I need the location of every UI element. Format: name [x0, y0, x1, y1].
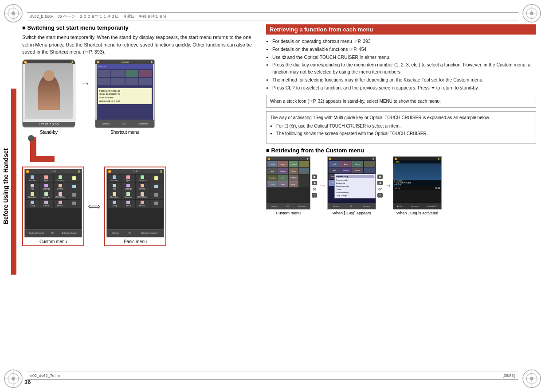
left-column: ■ Switching set start menu temporarily S… — [22, 24, 257, 374]
shortcut-bottom-bar: Check☐OKSubmenu — [95, 120, 154, 128]
left-body-text: Switch the start menu temporarily. When … — [22, 34, 257, 56]
custom-bottom-nav: Kisekae Check☐OKSubmenu Basic ▾ — [25, 229, 82, 237]
custom-menu-phone-col: 📶🔋 i-mode Appli Camera Mail Settings Pho… — [266, 156, 310, 215]
custom-label: Custom menu — [39, 239, 67, 244]
custom-menu-phone-mini: 📶🔋 i-mode Appli Camera Mail Settings Pho… — [266, 156, 310, 210]
mini-custom-screen: i-mode Appli Camera Mail Settings Phone … — [267, 160, 310, 203]
phones-row-1: 📶🔋 17/ 21 10:05 Stand-by — [22, 59, 257, 135]
sidebar-red-bar — [11, 89, 16, 275]
arrow-circle-top — [28, 135, 34, 141]
activated-top-bar: 📶🔋 — [393, 157, 441, 160]
down-left-arrow-container — [27, 137, 257, 164]
sidebar-label-container: Before Using the Handset — [0, 53, 17, 275]
corner-decoration-tl — [2, 2, 24, 24]
custom-screen: i-mode Appli Camera Mail Settings Phone … — [25, 174, 82, 229]
shortcut-text-box: Press and hold 1 to 3 key in Standby to … — [98, 88, 152, 105]
retrieve-header: Retrieving a function from each menu — [266, 24, 536, 35]
standby-label: Stand-by — [40, 130, 58, 135]
activated-phone: 📶🔋 ● REC 1セグ 総合 ○○大会 日本代表 優勝 気象情報 — [393, 156, 442, 210]
arrow-horizontal-bar — [30, 156, 55, 162]
custom-section-title: ■ Retrieving from the Custom menu — [266, 147, 536, 154]
corner-decoration-bl — [2, 368, 24, 390]
arrow-right-red-2: → — [384, 181, 392, 190]
header-bar: dv62_E.book 36 ページ ２００８年１１月３日 月曜日 午後８時１８… — [27, 12, 518, 20]
shortcut-label: Shortcut menu — [110, 130, 139, 135]
bullet-item-1: For details on operating shortcut menu ☞… — [266, 38, 536, 45]
basic-bottom-nav: KisekaeOKSubmenu Custom ▾ — [107, 229, 164, 237]
custom-phone-container: 📶11:45🔋 i-mode Appli Camera Mail Setting… — [24, 169, 82, 244]
bullet-item-6: Press CLR to re-select a function, and t… — [266, 85, 536, 92]
basic-screen: i-mode Appli Camera Mail Settings Phone … — [107, 174, 164, 229]
1seg-submenu: Activate 1Seg Program guide Booking list… — [334, 174, 376, 198]
shortcut-header: i-concier — [97, 64, 153, 69]
ctrl-btn-2: ◉ — [312, 181, 317, 185]
right-column: Retrieving a function from each menu For… — [266, 24, 536, 374]
info-box-1: When a stock icon (☞P. 32) appears in st… — [266, 95, 536, 108]
info-bullet-2: The following shows the screen operated … — [270, 130, 532, 137]
ctrl-btn-6: ▽ — [377, 193, 383, 198]
1seg-screen: i-mode Appli Camera Mail Settings Phone … — [328, 160, 376, 203]
shortcut-phone-container: 📶i-concier🔋 i-concier — [95, 59, 155, 135]
ctrl-btn-3: ▽ — [312, 193, 317, 198]
custom-phones-container: 📶🔋 i-mode Appli Camera Mail Settings Pho… — [266, 156, 536, 215]
ctrl-btn-1: ▣ — [312, 175, 317, 179]
standby-time: 17/ 21 10:05 — [23, 122, 75, 127]
basic-label: Basic menu — [124, 239, 147, 244]
basic-border-box: 📶11:45🔋 i-mode Appli Camera Mail Setting… — [104, 167, 166, 246]
ctrl-btn-4: ▣ — [377, 175, 383, 179]
custom-top-bar: 📶11:45🔋 — [25, 169, 82, 174]
1seg-phone-col: 📶🔋 i-mode Appli Camera Mail Settings Pho… — [327, 156, 376, 215]
sidebar-text: Before Using the Handset — [2, 97, 9, 275]
activated-screen: ● REC 1セグ 総合 ○○大会 日本代表 優勝 気象情報 17/ 2■10:… — [393, 160, 441, 203]
basic-grid: i-mode Appli Camera Mail Settings Phone … — [107, 174, 164, 209]
info-bullet-1: For ☐ (✿), use the Optical TOUCH CRUISER… — [270, 123, 532, 129]
left-section-title: ■ Switching set start menu temporarily — [22, 24, 257, 31]
standby-phone-container: 📶🔋 17/ 21 10:05 Stand-by — [22, 59, 75, 135]
bidirectional-arrow: ⟺ — [88, 201, 101, 212]
bullet-item-4: Press the dial key corresponding to the … — [266, 62, 536, 76]
bullet-list: For details on operating shortcut menu ☞… — [266, 38, 536, 91]
standby-screen — [25, 63, 73, 119]
bullet-item-5: The method for selecting functions may d… — [266, 77, 536, 84]
custom-phone: 📶11:45🔋 i-mode Appli Camera Mail Setting… — [24, 169, 82, 237]
1seg-top-bar: 📶🔋 — [328, 157, 376, 160]
bullet-item-2: For details on the available functions ☞… — [266, 46, 536, 53]
shortcut-top-bar: 📶i-concier🔋 — [95, 60, 154, 64]
basic-phone: 📶11:45🔋 i-mode Appli Camera Mail Setting… — [106, 169, 164, 237]
arrow-right-1: → — [80, 77, 90, 89]
main-content: ■ Switching set start menu temporarily S… — [22, 24, 536, 374]
header-text: dv62_E.book 36 ページ ２００８年１１月３日 月曜日 午後８時１８… — [30, 14, 167, 19]
arrow-right-red-1: → — [318, 181, 326, 190]
basic-phone-container: 📶11:45🔋 i-mode Appli Camera Mail Setting… — [106, 169, 164, 244]
custom-grid: i-mode Appli Camera Mail Settings Phone … — [25, 174, 82, 209]
mini-custom-top-bar: 📶🔋 — [267, 157, 310, 160]
custom-menu-caption: Custom menu — [276, 211, 301, 215]
red-border-box: 📶11:45🔋 i-mode Appli Camera Mail Setting… — [22, 167, 84, 246]
standby-phone: 📶🔋 17/ 21 10:05 — [22, 59, 75, 128]
shortcut-phone: 📶i-concier🔋 i-concier — [95, 59, 155, 128]
1seg-bottom-nav: KisekaeOKSubmenu — [328, 203, 376, 209]
corner-decoration-tr — [521, 2, 543, 24]
activated-bottom-nav: ▶/RecSubmenuUp data EPG — [393, 203, 441, 209]
info-box-2: The way of activating 1Seg with Multi gu… — [266, 111, 536, 144]
mini-custom-bottom: KisekaeOKSubmenu — [267, 203, 310, 209]
1seg-phone: 📶🔋 i-mode Appli Camera Mail Settings Pho… — [327, 156, 376, 210]
shortcut-screen: i-concier — [97, 64, 153, 120]
activated-caption: When 1Seg is activated — [396, 211, 439, 215]
ctrl-btn-5: ◉ — [377, 181, 383, 185]
control-col-2: ▣ ◉ or ▽ — [377, 175, 383, 198]
phones-row-2: 📶11:45🔋 i-mode Appli Camera Mail Setting… — [22, 167, 257, 246]
info-box-2-bullets: For ☐ (✿), use the Optical TOUCH CRUISER… — [270, 123, 532, 137]
control-col-1: ▣ ◉ or ▽ — [312, 175, 317, 198]
bullet-item-3: Use ✿ and the Optical TOUCH CRUISER in e… — [266, 54, 536, 61]
basic-top-bar: 📶11:45🔋 — [107, 169, 164, 174]
1seg-appears-caption: When [1Seg] appears — [332, 211, 371, 215]
activated-phone-col: 📶🔋 ● REC 1セグ 総合 ○○大会 日本代表 優勝 気象情報 — [393, 156, 442, 215]
page-number: 36 — [24, 379, 31, 385]
